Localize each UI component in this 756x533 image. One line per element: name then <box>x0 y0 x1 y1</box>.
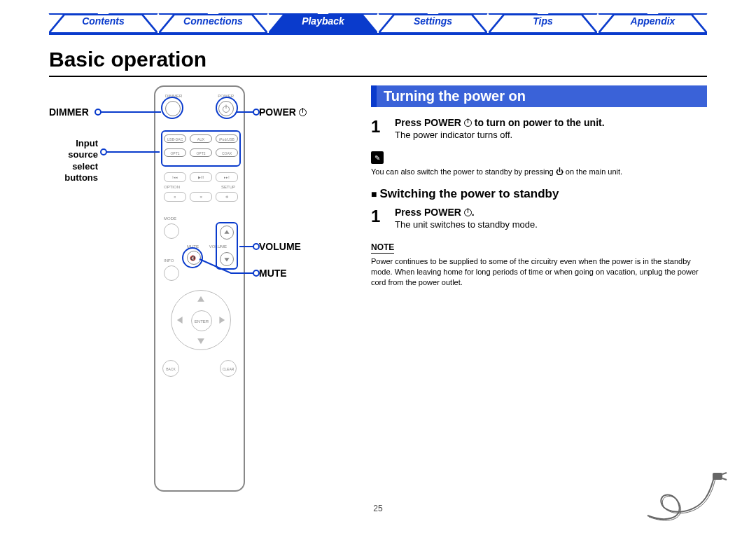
svg-point-22 <box>253 244 259 249</box>
pencil-icon: ✎ <box>371 151 384 164</box>
page-title: Basic operation <box>49 48 707 71</box>
remote-dimmer-button <box>165 101 181 116</box>
step-1-body: The power indicator turns off. <box>395 130 707 140</box>
label-mute: MUTE <box>259 268 287 279</box>
tab-appendix[interactable]: Appendix <box>598 13 707 33</box>
step-2-title: Press POWER . <box>395 207 707 218</box>
label-volume: VOLUME <box>259 241 301 252</box>
tab-playback[interactable]: Playback <box>269 13 377 33</box>
subheading: ■Switching the power to standby <box>371 187 707 201</box>
svg-point-18 <box>253 109 259 115</box>
step-number: 1 <box>371 117 388 140</box>
note-label: NOTE <box>371 242 394 254</box>
remote-diagram: DIMMER POWER Input source select buttons… <box>49 85 350 499</box>
page-number: 25 <box>0 504 756 513</box>
label-input-source: Input source select buttons <box>57 138 98 184</box>
step-number: 1 <box>371 207 388 230</box>
svg-point-23 <box>253 270 259 276</box>
svg-line-29 <box>722 478 727 480</box>
note-text: Power continues to be supplied to some o… <box>371 256 707 288</box>
step-2-body: The unit switches to standby mode. <box>395 219 707 230</box>
svg-marker-13 <box>177 317 183 324</box>
remote-vol-up <box>220 226 234 240</box>
horizontal-rule <box>49 76 707 77</box>
step-1-title: Press POWER to turn on power to the unit… <box>395 117 707 128</box>
content-column: Turning the power on 1 Press POWER to tu… <box>371 85 707 499</box>
pencil-note: You can also switch the power to standby… <box>371 167 707 177</box>
remote-body: DIMMER POWER USB-DAC AUX iPod/USB <box>154 85 245 492</box>
label-dimmer: DIMMER <box>49 106 89 118</box>
tab-tips[interactable]: Tips <box>489 13 597 33</box>
svg-marker-12 <box>197 338 204 344</box>
tab-connections[interactable]: Connections <box>159 13 267 33</box>
nav-tabs: Contents Connections Playback Settings T… <box>49 14 707 35</box>
power-icon <box>299 109 307 116</box>
remote-power-button <box>218 101 234 116</box>
label-power: POWER <box>259 106 307 118</box>
tab-contents[interactable]: Contents <box>49 13 158 33</box>
remote-vol-down <box>220 252 234 266</box>
remote-dpad: ENTER <box>171 290 231 350</box>
power-icon <box>464 209 472 216</box>
svg-marker-10 <box>224 258 229 261</box>
power-icon <box>464 119 472 127</box>
step-2: 1 Press POWER . The unit switches to sta… <box>371 207 707 230</box>
svg-marker-9 <box>224 230 229 233</box>
svg-marker-14 <box>219 317 225 324</box>
power-cord-icon <box>644 470 728 526</box>
svg-line-28 <box>722 473 727 474</box>
remote-mute-button: 🔇 <box>187 251 201 265</box>
svg-marker-11 <box>197 296 204 302</box>
svg-rect-27 <box>713 473 722 480</box>
step-1: 1 Press POWER to turn on power to the un… <box>371 117 707 140</box>
tab-settings[interactable]: Settings <box>379 13 487 33</box>
svg-point-16 <box>95 109 101 115</box>
svg-text:🔇: 🔇 <box>190 255 196 261</box>
section-banner: Turning the power on <box>371 85 707 107</box>
svg-point-20 <box>101 149 106 155</box>
